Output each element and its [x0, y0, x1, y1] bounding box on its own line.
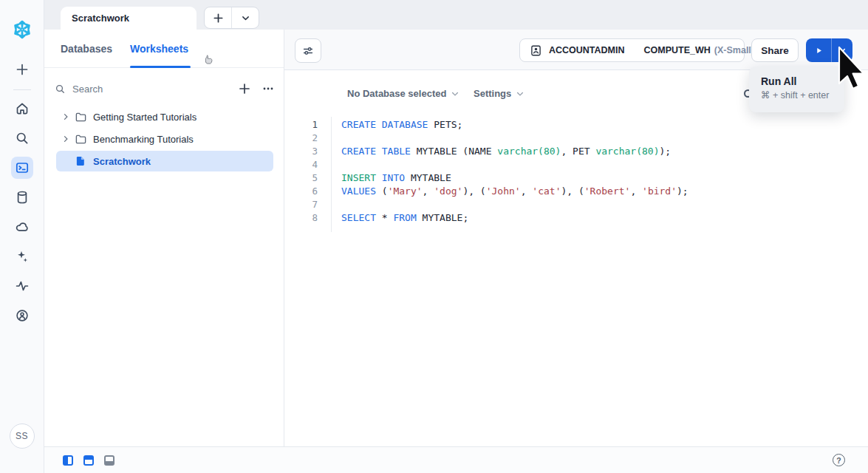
context-selector[interactable]: ACCOUNTADMIN COMPUTE_WH (X-Small): [519, 38, 745, 62]
worksheet-toolbar: ACCOUNTADMIN COMPUTE_WH (X-Small) Share: [284, 30, 868, 70]
app-window: Scratchwork: [0, 0, 868, 473]
sparkles-icon: [15, 249, 30, 264]
warehouse-size-label: (X-Small): [714, 45, 754, 55]
line-number-gutter: 12345678: [284, 118, 318, 225]
chevron-down-icon: [451, 89, 459, 98]
filters-button[interactable]: [295, 38, 321, 63]
user-initials: SS: [16, 431, 28, 441]
nav-rail: SS: [0, 0, 44, 473]
chevron-down-icon: [838, 46, 847, 55]
help-button[interactable]: ?: [833, 454, 845, 466]
add-worksheet-button[interactable]: [239, 83, 250, 95]
play-icon: [814, 46, 824, 55]
database-selector-label: No Database selected: [347, 88, 446, 99]
run-all-label: Run All: [761, 75, 844, 87]
layout-bottom-panel-button[interactable]: [104, 455, 115, 466]
user-avatar[interactable]: SS: [10, 423, 35, 449]
run-all-menu-item[interactable]: Run All ⌘ + shift + enter: [749, 67, 844, 112]
database-icon: [15, 190, 30, 205]
home-nav-button[interactable]: [11, 98, 33, 120]
marketplace-nav-button[interactable]: [11, 216, 33, 238]
user-badge-icon: [530, 44, 542, 57]
settings-menu-label: Settings: [474, 88, 511, 99]
tab-strip: Scratchwork: [44, 0, 868, 30]
share-button-label: Share: [761, 45, 789, 56]
rail-divider: [13, 89, 31, 90]
sql-editor: No Database selected Settings 12345678 C…: [284, 70, 868, 446]
run-button-group: [806, 38, 852, 62]
run-button[interactable]: [806, 38, 831, 62]
home-icon: [15, 101, 30, 116]
search-nav-button[interactable]: [11, 127, 33, 149]
projects-worksheets-nav-button[interactable]: [11, 157, 33, 179]
sidebar-search-row: [55, 78, 274, 99]
worksheet-tab-label: Scratchwork: [72, 13, 129, 24]
folder-icon: [75, 133, 87, 146]
chevron-right-icon: [61, 135, 70, 143]
sliders-icon: [301, 44, 315, 58]
search-icon: [15, 131, 30, 146]
tree-item-label: Getting Started Tutorials: [93, 112, 197, 123]
layout-top-icon: [85, 457, 92, 460]
tab-actions: [204, 7, 259, 29]
chevron-down-icon: [241, 13, 250, 23]
layout-bottom-icon: [106, 461, 113, 465]
file-icon: [75, 155, 87, 168]
magnifier-icon: [55, 84, 66, 95]
gutter-border: [331, 117, 332, 232]
activity-icon: [15, 279, 30, 293]
governance-nav-button[interactable]: [11, 304, 33, 327]
ai-ml-nav-button[interactable]: [11, 245, 33, 268]
code-area[interactable]: CREATE DATABASE PETS; CREATE TABLE MYTAB…: [341, 118, 688, 225]
chevron-down-icon: [516, 89, 524, 98]
create-button[interactable]: [11, 58, 33, 81]
database-selector[interactable]: No Database selected: [347, 88, 459, 99]
activity-nav-button[interactable]: [11, 275, 33, 297]
folder-icon: [75, 111, 87, 123]
plus-icon: [213, 13, 224, 24]
sidebar-search-actions: [239, 83, 274, 95]
warehouse-label: COMPUTE_WH: [644, 45, 711, 55]
active-tab-underline: [130, 66, 191, 68]
question-icon: ?: [836, 456, 841, 465]
search-input[interactable]: [72, 84, 239, 95]
share-button[interactable]: Share: [751, 38, 799, 62]
tree-item-folder[interactable]: Getting Started Tutorials: [56, 106, 273, 127]
new-worksheet-tab-button[interactable]: [205, 7, 231, 28]
settings-menu[interactable]: Settings: [474, 88, 524, 99]
tree-item-folder[interactable]: Benchmarking Tutorials: [56, 129, 273, 149]
tree-item-label: Benchmarking Tutorials: [93, 134, 194, 145]
run-all-shortcut: ⌘ + shift + enter: [761, 89, 844, 101]
data-nav-button[interactable]: [11, 186, 33, 208]
plus-icon: [15, 62, 30, 77]
more-options-button[interactable]: [262, 83, 274, 95]
role-label: ACCOUNTADMIN: [549, 45, 625, 55]
tree-item-worksheet-selected[interactable]: Scratchwork: [56, 151, 273, 171]
sidebar-tabs: Databases Worksheets: [44, 30, 284, 68]
cloud-icon: [15, 220, 30, 234]
layout-left-panel-button[interactable]: [63, 455, 73, 466]
terminal-icon: [15, 160, 30, 175]
shield-user-icon: [15, 308, 30, 323]
tab-list-dropdown-button[interactable]: [231, 7, 259, 28]
tree-item-label: Scratchwork: [93, 156, 151, 167]
tab-worksheets[interactable]: Worksheets: [130, 43, 188, 55]
status-bar: ?: [44, 446, 868, 473]
chevron-right-icon: [61, 112, 70, 121]
sidebar: Databases Worksheets: [44, 30, 284, 446]
run-options-button[interactable]: [831, 38, 852, 62]
worksheet-tab[interactable]: Scratchwork: [61, 7, 197, 30]
tab-databases[interactable]: Databases: [61, 43, 112, 55]
layout-top-panel-button[interactable]: [83, 455, 94, 466]
snowflake-logo-icon[interactable]: [11, 18, 33, 41]
layout-left-icon: [64, 457, 68, 464]
